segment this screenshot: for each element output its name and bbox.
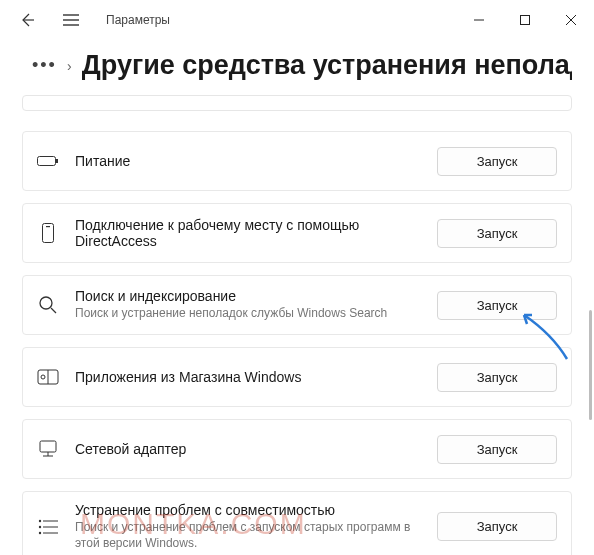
run-button[interactable]: Запуск — [437, 219, 557, 248]
maximize-button[interactable] — [502, 4, 548, 36]
network-adapter-icon — [37, 440, 59, 458]
svg-point-20 — [39, 519, 41, 521]
troubleshooter-search-indexing[interactable]: Поиск и индексирование Поиск и устранени… — [22, 275, 572, 335]
battery-icon — [37, 154, 59, 168]
compat-icon — [37, 519, 59, 535]
troubleshooter-title: Устранение проблем с совместимостью — [75, 502, 421, 518]
troubleshooter-title: Приложения из Магазина Windows — [75, 369, 421, 385]
troubleshooter-desc: Поиск и устранение неполадок службы Wind… — [75, 306, 421, 322]
scrollbar-thumb[interactable] — [589, 310, 592, 420]
app-title: Параметры — [106, 13, 170, 27]
troubleshooter-network-adapter[interactable]: Сетевой адаптер Запуск — [22, 419, 572, 479]
search-icon — [37, 295, 59, 315]
svg-rect-17 — [40, 441, 56, 452]
troubleshooter-compatibility[interactable]: Устранение проблем с совместимостью Поис… — [22, 491, 572, 555]
troubleshooter-title: Питание — [75, 153, 421, 169]
svg-rect-11 — [46, 226, 50, 227]
svg-point-22 — [39, 525, 41, 527]
run-button[interactable]: Запуск — [437, 291, 557, 320]
troubleshooter-store-apps[interactable]: Приложения из Магазина Windows Запуск — [22, 347, 572, 407]
run-button[interactable]: Запуск — [437, 512, 557, 541]
troubleshooter-title: Подключение к рабочему месту с помощью D… — [75, 217, 421, 249]
troubleshooter-desc: Поиск и устранение проблем с запуском ст… — [75, 520, 421, 551]
card-cutoff-top — [22, 95, 572, 111]
chevron-right-icon: › — [67, 58, 72, 74]
page-title: Другие средства устранения неполад — [82, 50, 572, 81]
workplace-icon — [37, 222, 59, 244]
run-button[interactable]: Запуск — [437, 147, 557, 176]
troubleshooter-directaccess[interactable]: Подключение к рабочему месту с помощью D… — [22, 203, 572, 263]
breadcrumb-more-icon[interactable]: ••• — [32, 55, 57, 76]
run-button[interactable]: Запуск — [437, 363, 557, 392]
svg-point-12 — [40, 297, 52, 309]
troubleshooter-power[interactable]: Питание Запуск — [22, 131, 572, 191]
troubleshooter-title: Сетевой адаптер — [75, 441, 421, 457]
troubleshooter-title: Поиск и индексирование — [75, 288, 421, 304]
svg-rect-9 — [56, 159, 58, 163]
svg-rect-8 — [38, 157, 56, 166]
titlebar: Параметры — [0, 0, 594, 40]
breadcrumb: ••• › Другие средства устранения неполад — [0, 40, 594, 89]
svg-line-13 — [51, 308, 56, 313]
back-button[interactable] — [12, 5, 42, 35]
svg-point-24 — [39, 531, 41, 533]
run-button[interactable]: Запуск — [437, 435, 557, 464]
store-icon — [37, 369, 59, 385]
close-button[interactable] — [548, 4, 594, 36]
svg-point-16 — [41, 375, 45, 379]
svg-rect-5 — [521, 16, 530, 25]
menu-button[interactable] — [56, 5, 86, 35]
minimize-button[interactable] — [456, 4, 502, 36]
troubleshooter-list: Питание Запуск Подключение к рабочему ме… — [0, 89, 594, 555]
